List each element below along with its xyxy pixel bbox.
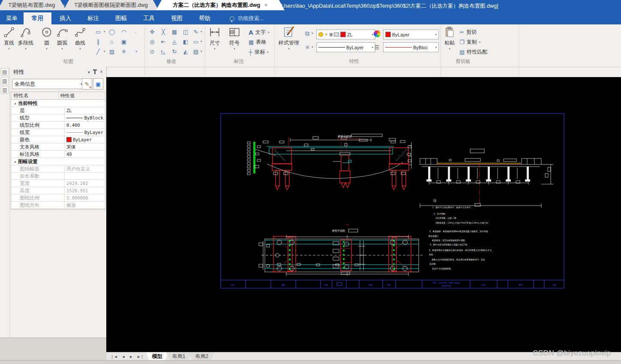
group-sheet-settings[interactable]: 图幅设置 <box>11 158 105 165</box>
pin-icon[interactable] <box>94 70 96 74</box>
arc-tool-button[interactable]: 圆弧▾ <box>56 26 69 51</box>
tab-tools[interactable]: 工具 <box>135 12 163 24</box>
prop-row-lengthen-factor[interactable]: 加长系数 <box>11 173 105 180</box>
paste-button[interactable]: 粘贴▾ <box>443 26 456 51</box>
tab-common[interactable]: 常用 <box>24 12 51 24</box>
array-icon[interactable]: ▦ <box>171 28 178 36</box>
extend-icon[interactable]: ⇤ <box>159 38 167 45</box>
wipeout-icon[interactable]: ◔ <box>132 48 140 55</box>
tab-view[interactable]: 视图 <box>163 12 191 24</box>
doc-tab-2[interactable]: T梁横断面图横隔梁断面图.dwg <box>63 0 159 10</box>
next-sheet-icon[interactable]: ► <box>129 355 133 359</box>
rotate-icon[interactable]: ◎ <box>148 38 156 45</box>
curve-tool-button[interactable]: 曲线▾ <box>74 26 87 51</box>
pick-selection-button[interactable]: ▣ <box>93 78 103 90</box>
menu-button[interactable]: 菜单 <box>0 12 24 24</box>
panel-tab-options-icon[interactable]: ▥ <box>1 86 9 94</box>
edit-icon[interactable]: ✎ <box>192 28 200 36</box>
prop-row-lineweight[interactable]: 线宽ByLayer <box>11 129 105 136</box>
overlay-icon[interactable]: ◧ <box>182 38 189 45</box>
rectangle-icon[interactable]: ▭ <box>94 28 102 36</box>
linetype-list-icon[interactable]: ≡ <box>303 43 311 51</box>
circle-tool-button[interactable]: 圆▾ <box>40 26 53 51</box>
edit-cancel-button[interactable]: ✎× <box>82 78 92 90</box>
selection-scope-combo[interactable]: 全局信息 ▾ <box>12 79 85 89</box>
copy-button[interactable]: ❐ 复制▾ <box>459 39 480 46</box>
panel-tab-properties-icon[interactable]: ▤ <box>1 68 9 76</box>
frame-icon[interactable]: ▭ <box>192 38 200 45</box>
lineweight-combo[interactable]: ByBloc ▾ <box>383 42 439 52</box>
polyline-tool-button[interactable]: 多段线▾ <box>18 26 33 51</box>
parallel-icon[interactable]: ∥ <box>94 38 102 45</box>
doc-tab-1[interactable]: T梁钢筋布置图.dwg <box>0 0 66 10</box>
prop-row-height[interactable]: 高度1526.951 <box>11 187 105 194</box>
symbol-tool-button[interactable]: .1 符号▾ <box>228 26 241 51</box>
prop-row-color[interactable]: 颜色ByLayer <box>11 136 105 143</box>
prop-row-width[interactable]: 宽度2929.282 <box>11 180 105 187</box>
chamfer-icon[interactable]: ◺ <box>159 48 167 55</box>
drawing-canvas[interactable]: 桥型立面图 <box>106 77 621 352</box>
prop-row-linetype[interactable]: 线型ByBlock <box>11 114 105 122</box>
linetype-combo[interactable]: ByLayer ▾ <box>316 42 375 52</box>
modify-dropdown3-icon[interactable]: ▾ <box>201 50 202 53</box>
cut-button[interactable]: ✂ 剪切 <box>459 29 477 36</box>
spline-icon[interactable]: ◠ <box>120 28 128 36</box>
point-icon[interactable]: · <box>132 28 140 36</box>
lineweight-icon[interactable]: ☰ <box>373 43 381 51</box>
tab-sheet[interactable]: 图幅 <box>107 12 135 24</box>
rotate2-icon[interactable]: ↻ <box>171 48 178 55</box>
close-panel-icon[interactable]: × <box>100 69 103 75</box>
prop-row-linetype-scale[interactable]: 线型比例0.400 <box>11 122 105 129</box>
linetype-list-dropdown-icon[interactable]: ▾ <box>312 45 313 49</box>
gear-icon[interactable]: ✳ <box>120 48 128 55</box>
tab-insert[interactable]: 插入 <box>51 12 79 24</box>
layer-convert-icon[interactable]: ⧉ <box>303 30 311 37</box>
3d-icon[interactable]: ◭ <box>182 48 189 55</box>
color-wheel-icon[interactable] <box>374 30 381 37</box>
color-combo[interactable]: ByLayer ▾ <box>383 30 439 39</box>
line-tool-button[interactable]: 直线▾ <box>3 26 15 51</box>
function-search[interactable]: 功能搜索... <box>219 12 264 24</box>
prop-row-text-style[interactable]: 文本风格宋体 <box>11 143 105 151</box>
mirror-icon[interactable]: ◬ <box>171 38 178 45</box>
first-sheet-icon[interactable]: ❘◄ <box>111 355 117 359</box>
tab-layout2[interactable]: 布局2 <box>189 352 214 361</box>
prev-sheet-icon[interactable]: ◄ <box>121 355 125 359</box>
ellipse-icon[interactable]: ◯ <box>108 28 116 36</box>
coordinate-tool[interactable]: ┼ 坐标▾ <box>249 48 269 56</box>
doc-tab-3-active[interactable]: 方案二（比选方案）构造布置图.dwg × <box>156 0 285 10</box>
axis-line-dropdown-icon[interactable]: ▾ <box>104 50 105 53</box>
panel-tab-library-icon[interactable]: ▧ <box>1 77 9 85</box>
block-icon[interactable]: ▣ <box>120 38 128 45</box>
axis-line-icon[interactable]: ╱ <box>94 48 102 55</box>
modify-dropdown2-icon[interactable]: ▾ <box>201 40 202 43</box>
prop-row-dim-style[interactable]: 标注风格40 <box>11 151 105 158</box>
table-tool[interactable]: ▦ 表格 <box>249 39 266 46</box>
stretch-icon[interactable]: ◫ <box>182 28 189 36</box>
scale-icon[interactable]: ⊙ <box>148 48 156 55</box>
style-manager-button[interactable]: 样式管理▾ <box>279 26 299 51</box>
prop-row-paper-size[interactable]: 图纸幅面用户自定义 <box>11 165 105 173</box>
panel-menu-icon[interactable]: ▾ <box>88 70 90 75</box>
close-tab-icon[interactable]: × <box>264 2 267 8</box>
hatch-icon[interactable]: ▨ <box>108 48 116 55</box>
move-icon[interactable]: ✜ <box>148 28 156 36</box>
layer-combo[interactable]: ☀ ZL ▾ <box>316 30 375 39</box>
dimension-tool-button[interactable]: 尺寸▾ <box>208 26 221 51</box>
prop-row-layer[interactable]: 层ZL <box>11 107 105 114</box>
match-properties-button[interactable]: ▧ 特性匹配 <box>459 48 487 56</box>
group-current-properties[interactable]: 当前特性 <box>11 100 105 107</box>
explode-icon[interactable]: ▨ <box>192 48 200 55</box>
modify-dropdown-icon[interactable]: ▾ <box>201 30 202 33</box>
polygon-icon[interactable]: ⌂ <box>108 38 116 45</box>
last-sheet-icon[interactable]: ►❘ <box>137 355 144 359</box>
prop-row-orientation[interactable]: 图纸方向横放 <box>11 202 105 209</box>
tab-layout1[interactable]: 布局1 <box>166 352 192 361</box>
tab-model[interactable]: 模型 <box>146 352 168 361</box>
text-tool[interactable]: A 文字▾ <box>249 29 269 36</box>
tab-annotate[interactable]: 标注 <box>79 12 107 24</box>
tab-help[interactable]: 帮助 <box>191 12 219 24</box>
rectangle-dropdown-icon[interactable]: ▾ <box>104 30 105 33</box>
prop-row-scale[interactable]: 图纸比例3.000000 <box>11 194 105 202</box>
layer-convert-dropdown-icon[interactable]: ▾ <box>312 32 313 35</box>
